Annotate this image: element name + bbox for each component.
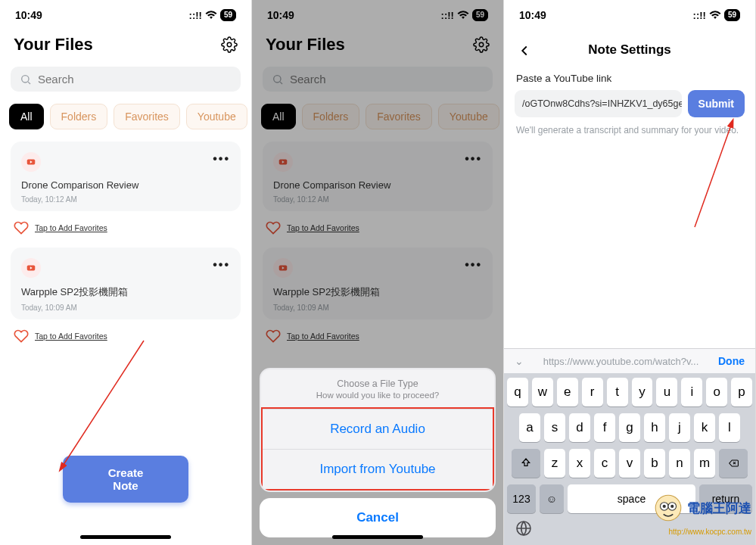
watermark: 電腦王阿達 http://www.kocpc.com.tw bbox=[652, 492, 751, 524]
key-q[interactable]: q bbox=[507, 378, 528, 406]
more-icon[interactable]: ••• bbox=[213, 258, 230, 272]
key-j[interactable]: j bbox=[669, 413, 690, 442]
key-g[interactable]: g bbox=[619, 413, 640, 442]
wifi-icon bbox=[205, 11, 217, 20]
back-icon[interactable] bbox=[516, 42, 533, 59]
key-a[interactable]: a bbox=[519, 413, 540, 442]
battery-icon: 59 bbox=[724, 9, 740, 21]
emoji-key[interactable]: ☺ bbox=[540, 484, 564, 513]
screenshot-2-action-sheet: 10:49 ::!! 59 Your Files All Folders Fav… bbox=[252, 0, 504, 545]
sheet-subtitle: How would you like to proceed? bbox=[261, 391, 494, 407]
key-v[interactable]: v bbox=[619, 449, 640, 478]
done-button[interactable]: Done bbox=[718, 355, 745, 367]
key-i[interactable]: i bbox=[681, 378, 702, 406]
clock: 10:49 bbox=[15, 9, 42, 21]
key-u[interactable]: u bbox=[656, 378, 677, 406]
keyboard-suggestion[interactable]: https://www.youtube.com/watch?v... bbox=[524, 356, 718, 367]
cellular-icon: ::!! bbox=[693, 10, 706, 21]
key-x[interactable]: x bbox=[569, 449, 590, 478]
key-d[interactable]: d bbox=[569, 413, 590, 442]
key-h[interactable]: h bbox=[644, 413, 665, 442]
youtube-link-input[interactable]: /oGTOnw8Cdhs?si=INHZKV1_dy65gelK bbox=[515, 90, 682, 117]
submit-button[interactable]: Submit bbox=[688, 90, 745, 117]
file-title: Drone Comparison Review bbox=[21, 179, 230, 191]
more-icon[interactable]: ••• bbox=[213, 152, 230, 166]
key-w[interactable]: w bbox=[532, 378, 553, 406]
tab-folders[interactable]: Folders bbox=[50, 104, 108, 129]
page-title: Your Files bbox=[14, 35, 93, 54]
settings-icon[interactable] bbox=[221, 36, 238, 53]
cancel-button[interactable]: Cancel bbox=[260, 498, 496, 537]
svg-point-1 bbox=[22, 75, 29, 82]
search-input[interactable] bbox=[38, 73, 232, 86]
youtube-icon bbox=[21, 152, 41, 172]
wifi-icon bbox=[709, 11, 721, 20]
battery-icon: 59 bbox=[220, 9, 236, 21]
svg-point-0 bbox=[227, 42, 232, 47]
key-p[interactable]: p bbox=[731, 378, 752, 406]
tab-favorites[interactable]: Favorites bbox=[114, 104, 180, 129]
backspace-key[interactable] bbox=[719, 449, 748, 478]
tab-youtube[interactable]: Youtube bbox=[186, 104, 247, 129]
key-k[interactable]: k bbox=[694, 413, 715, 442]
screenshot-3-note-settings: 10:49 ::!! 59 Note Settings Paste a YouT… bbox=[504, 0, 756, 545]
keyboard-toggle-icon[interactable]: ⌄ bbox=[515, 355, 524, 367]
add-favorite-link[interactable]: Tap to Add Favorites bbox=[35, 223, 107, 232]
key-c[interactable]: c bbox=[594, 449, 615, 478]
import-youtube-button[interactable]: Import from Youtube bbox=[263, 449, 493, 489]
key-l[interactable]: l bbox=[719, 413, 740, 442]
file-title: Warpple SP2投影機開箱 bbox=[21, 285, 230, 299]
key-b[interactable]: b bbox=[644, 449, 665, 478]
youtube-icon bbox=[21, 258, 41, 278]
key-n[interactable]: n bbox=[669, 449, 690, 478]
svg-point-15 bbox=[670, 505, 674, 508]
key-z[interactable]: z bbox=[544, 449, 565, 478]
add-favorite-link[interactable]: Tap to Add Favorites bbox=[35, 332, 107, 341]
key-f[interactable]: f bbox=[594, 413, 615, 442]
search-bar[interactable] bbox=[11, 67, 241, 92]
annotation-highlight: Record an Audio Import from Youtube bbox=[261, 407, 494, 490]
cellular-icon: ::!! bbox=[189, 10, 202, 21]
record-audio-button[interactable]: Record an Audio bbox=[263, 409, 493, 449]
file-time: Today, 10:09 AM bbox=[21, 304, 230, 312]
statusbar: 10:49 ::!! 59 bbox=[504, 0, 755, 30]
helper-text: We'll generate a transcript and summary … bbox=[504, 117, 755, 143]
key-y[interactable]: y bbox=[632, 378, 653, 406]
action-sheet: Choose a File Type How would you like to… bbox=[260, 368, 496, 537]
shift-key[interactable] bbox=[512, 449, 540, 478]
key-e[interactable]: e bbox=[557, 378, 578, 406]
svg-line-4 bbox=[61, 341, 144, 469]
globe-icon[interactable] bbox=[515, 519, 533, 537]
numbers-key[interactable]: 123 bbox=[507, 484, 536, 513]
file-card[interactable]: ••• Warpple SP2投影機開箱 Today, 10:09 AM bbox=[11, 248, 241, 319]
svg-point-14 bbox=[663, 505, 666, 508]
heart-icon[interactable] bbox=[14, 329, 29, 344]
home-indicator[interactable] bbox=[332, 535, 423, 539]
sheet-title: Choose a File Type bbox=[261, 369, 494, 391]
filter-tabs: All Folders Favorites Youtube bbox=[0, 96, 251, 134]
clock: 10:49 bbox=[519, 9, 546, 21]
mascot-icon bbox=[652, 492, 684, 524]
search-icon bbox=[20, 73, 32, 86]
home-indicator[interactable] bbox=[80, 535, 171, 539]
file-card[interactable]: ••• Drone Comparison Review Today, 10:12… bbox=[11, 142, 241, 211]
screenshot-1-your-files: 10:49 ::!! 59 Your Files All Folders Fav… bbox=[0, 0, 252, 545]
key-t[interactable]: t bbox=[607, 378, 628, 406]
key-s[interactable]: s bbox=[544, 413, 565, 442]
page-title: Note Settings bbox=[588, 42, 671, 58]
key-m[interactable]: m bbox=[694, 449, 715, 478]
key-r[interactable]: r bbox=[582, 378, 603, 406]
input-label: Paste a YouTube link bbox=[504, 67, 755, 90]
key-o[interactable]: o bbox=[706, 378, 727, 406]
file-time: Today, 10:12 AM bbox=[21, 195, 230, 204]
heart-icon[interactable] bbox=[14, 220, 29, 235]
create-note-button[interactable]: Create Note bbox=[63, 456, 188, 503]
tab-all[interactable]: All bbox=[9, 104, 44, 129]
statusbar: 10:49 ::!! 59 bbox=[0, 0, 251, 30]
